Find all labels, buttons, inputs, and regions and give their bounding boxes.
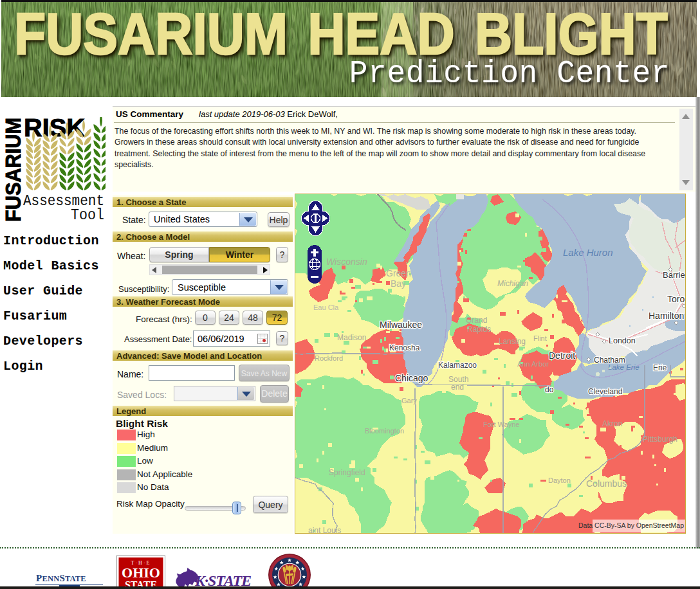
svg-text:FUSARIUM: FUSARIUM: [4, 118, 25, 222]
svg-text:Wisconsin: Wisconsin: [326, 257, 367, 267]
svg-text:Cleveland: Cleveland: [588, 387, 622, 396]
svg-text:STATE: STATE: [125, 579, 157, 586]
svg-text:K·STATE: K·STATE: [194, 572, 251, 586]
svg-text:do: do: [545, 385, 554, 394]
svg-text:Springfield: Springfield: [329, 468, 365, 477]
svg-text:Detroit: Detroit: [549, 350, 575, 361]
svg-text:Bay: Bay: [391, 278, 406, 289]
svg-text:Pittsburgh: Pittsburgh: [643, 435, 677, 444]
svg-text:Chicago: Chicago: [395, 373, 428, 383]
svg-text:Tool: Tool: [71, 206, 104, 222]
svg-text:Ann Arbor: Ann Arbor: [517, 360, 549, 368]
svg-text:Hamilton: Hamilton: [649, 311, 684, 321]
svg-text:OHIO: OHIO: [122, 565, 160, 581]
svg-text:Kenosha: Kenosha: [389, 343, 420, 352]
svg-text:Rapids: Rapids: [467, 325, 491, 334]
svg-text:Michigan: Michigan: [497, 279, 528, 288]
svg-text:Flint: Flint: [533, 334, 547, 342]
svg-text:Data CC-By-SA by OpenStreetMap: Data CC-By-SA by OpenStreetMap: [578, 521, 684, 529]
svg-text:Fort Wayne: Fort Wayne: [483, 421, 519, 428]
svg-text:Rockford: Rockford: [315, 354, 343, 362]
svg-text:Barrie: Barrie: [663, 270, 685, 280]
svg-text:end: end: [451, 383, 464, 392]
svg-text:Dayton: Dayton: [548, 476, 571, 484]
svg-text:Erie: Erie: [653, 363, 667, 372]
svg-text:Gary: Gary: [401, 397, 417, 404]
svg-text:Eau Cla: Eau Cla: [313, 304, 339, 311]
svg-text:Lake Huron: Lake Huron: [563, 247, 613, 258]
svg-text:Bloomington: Bloomington: [365, 427, 404, 435]
svg-text:Toronto: Toronto: [667, 294, 686, 304]
svg-text:Grand: Grand: [466, 316, 487, 325]
svg-text:Akron: Akron: [602, 419, 622, 428]
svg-text:Lansing: Lansing: [499, 337, 526, 346]
svg-text:Kalamazoo: Kalamazoo: [438, 361, 477, 370]
svg-text:Milwaukee: Milwaukee: [380, 320, 422, 330]
svg-text:PENNSTATE: PENNSTATE: [36, 573, 86, 583]
svg-text:aint Louis: aint Louis: [308, 526, 341, 534]
svg-text:Lake Erie: Lake Erie: [608, 363, 640, 371]
svg-text:Madison: Madison: [337, 333, 366, 342]
svg-text:Columbus: Columbus: [586, 478, 627, 489]
svg-text:London: London: [609, 336, 636, 345]
svg-text:Green: Green: [386, 268, 411, 278]
